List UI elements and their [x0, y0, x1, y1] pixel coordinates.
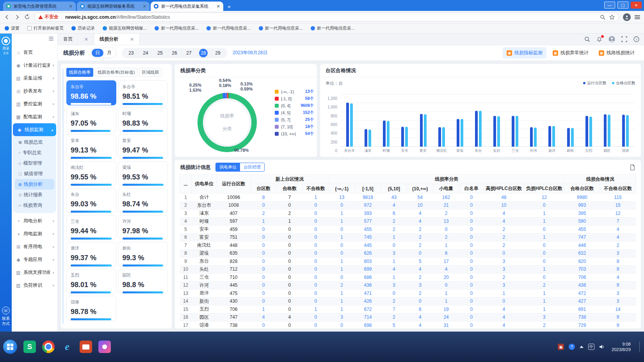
bar-合格台区数[interactable] — [608, 115, 610, 147]
table-toggle-台区经理[interactable]: 台区经理 — [240, 163, 264, 171]
sidebar-subitem-线损查询[interactable]: ▱线损查询 — [13, 200, 56, 211]
table-cell[interactable]: 2 — [600, 241, 636, 250]
table-cell[interactable]: 13 — [433, 217, 459, 225]
table-cell[interactable]: 20 — [433, 273, 459, 282]
table-cell[interactable]: 820 — [564, 257, 600, 266]
table-cell[interactable]: 0 — [302, 273, 329, 282]
bar-合格台区数[interactable] — [516, 116, 518, 147]
table-cell[interactable]: 9 — [600, 281, 636, 289]
legend-running[interactable]: 运行台区数 — [583, 80, 607, 86]
rate-card-新街[interactable]: 新街99.3 % — [118, 242, 168, 267]
show-desktop-button[interactable] — [639, 341, 642, 352]
table-cell[interactable]: 0 — [329, 273, 355, 282]
table-cell[interactable]: 0 — [459, 257, 484, 266]
table-cell[interactable]: 2 — [407, 233, 433, 241]
wps-icon[interactable]: S — [23, 341, 36, 353]
bookmark-item[interactable]: 能源互联网营销服... — [103, 25, 147, 31]
pie-legend-item[interactable]: (5, 7]25个 — [275, 116, 314, 123]
contact-widget[interactable]: ☏ 联系方式 — [0, 307, 12, 326]
fullscreen-icon[interactable] — [621, 36, 627, 42]
table-cell[interactable]: 455 — [564, 225, 600, 234]
bar-合格台区数[interactable] — [626, 115, 629, 147]
view-button-线损指标监测[interactable]: ▣线损指标监测 — [503, 47, 546, 59]
rate-card-三仓[interactable]: 三仓99.44 % — [66, 215, 116, 240]
table-cell[interactable]: 0 — [484, 297, 524, 305]
table-cell[interactable]: 3 — [600, 297, 636, 305]
table-cell[interactable]: 9980 — [564, 193, 600, 202]
sidebar-subitem-线损分析[interactable]: ◍线损分析 — [15, 179, 54, 190]
table-cell[interactable]: 0 — [251, 225, 277, 234]
tray-help-icon[interactable]: ? — [569, 344, 575, 350]
table-cell[interactable]: 445 — [355, 241, 381, 250]
table-cell[interactable]: 12 — [524, 193, 565, 202]
table-cell[interactable]: 590 — [564, 217, 600, 225]
table-cell[interactable]: 1 — [524, 289, 565, 298]
browser-profile-icon[interactable] — [623, 13, 631, 21]
rate-card-头灶[interactable]: 头灶98.74 % — [118, 188, 168, 213]
table-cell[interactable]: 2 — [407, 241, 433, 250]
table-cell[interactable]: 0 — [251, 201, 277, 209]
ie-icon[interactable]: e — [61, 341, 73, 353]
table-cell[interactable]: 3 — [381, 249, 407, 257]
table-cell[interactable]: 1 — [329, 305, 355, 314]
bar-运行台区数[interactable] — [585, 116, 588, 147]
table-cell[interactable]: 6 — [381, 209, 407, 218]
bar-运行台区数[interactable] — [622, 115, 625, 147]
tray-volume-icon[interactable] — [599, 344, 605, 350]
table-cell[interactable]: 2 — [407, 225, 433, 234]
table-cell[interactable]: 0 — [251, 321, 277, 329]
table-cell[interactable]: 1 — [524, 217, 565, 225]
table-cell[interactable]: 699 — [355, 265, 381, 273]
table-cell[interactable]: 691 — [564, 305, 600, 314]
table-cell[interactable]: 3 — [524, 313, 565, 321]
table-cell[interactable]: 0 — [459, 265, 484, 273]
table-cell[interactable]: 1 — [329, 289, 355, 298]
table-cell[interactable]: 3 — [484, 257, 524, 266]
help-icon[interactable]: ? — [633, 36, 639, 42]
back-icon[interactable] — [4, 14, 10, 20]
pie-legend-item[interactable]: (0, 4]9608个 — [275, 102, 314, 109]
table-cell[interactable]: 436 — [355, 281, 381, 289]
table-cell[interactable]: 0 — [251, 273, 277, 282]
table-cell[interactable]: 7 — [600, 217, 636, 225]
table-cell[interactable]: 14 — [600, 305, 636, 314]
table-cell[interactable]: 747 — [564, 233, 600, 241]
table-cell[interactable]: 993 — [564, 201, 600, 209]
table-cell[interactable]: 0 — [302, 241, 329, 250]
table-cell[interactable]: 2 — [381, 297, 407, 305]
pie-legend-item[interactable]: [-1, 0]58个 — [275, 95, 314, 102]
bar-运行台区数[interactable] — [365, 129, 367, 147]
table-cell[interactable]: 2 — [484, 241, 524, 250]
table-cell[interactable]: 1 — [433, 241, 459, 250]
table-cell[interactable]: 632 — [564, 249, 600, 257]
table-cell[interactable]: 0 — [329, 241, 355, 250]
table-cell[interactable]: 24 — [433, 313, 459, 321]
tab-close-icon[interactable]: ✕ — [69, 4, 73, 9]
rate-card-唐洋[interactable]: 唐洋99.37 % — [66, 242, 116, 267]
table-cell[interactable]: 686 — [355, 273, 381, 282]
bar-合格台区数[interactable] — [461, 119, 463, 147]
table-cell[interactable]: 4 — [484, 321, 524, 329]
table-cell[interactable]: 714 — [355, 313, 381, 321]
table-cell[interactable]: 1 — [524, 209, 565, 218]
table-cell[interactable]: 0 — [302, 297, 329, 305]
table-cell[interactable]: 0 — [524, 225, 565, 234]
bar-运行台区数[interactable] — [475, 111, 478, 147]
table-cell[interactable]: 0 — [524, 201, 565, 209]
table-cell[interactable]: 13 — [329, 193, 355, 202]
table-cell[interactable]: 0 — [302, 313, 329, 321]
table-cell[interactable]: 10 — [484, 201, 524, 209]
table-cell[interactable]: 698 — [355, 321, 381, 329]
bar-合格台区数[interactable] — [368, 130, 371, 147]
bar-合格台区数[interactable] — [405, 127, 408, 147]
table-cell[interactable]: 0 — [251, 297, 277, 305]
bar-合格台区数[interactable] — [350, 103, 353, 147]
table-cell[interactable]: 706 — [564, 273, 600, 282]
table-cell[interactable]: 2 — [524, 281, 565, 289]
table-cell[interactable]: 0 — [459, 321, 484, 329]
table-cell[interactable]: 0 — [302, 321, 329, 329]
table-cell[interactable]: 0 — [459, 305, 484, 314]
table-cell[interactable]: 0 — [459, 225, 484, 234]
table-cell[interactable]: 0 — [459, 289, 484, 298]
sidebar-item-费控监测[interactable]: ▥费控监测▾ — [12, 98, 57, 110]
